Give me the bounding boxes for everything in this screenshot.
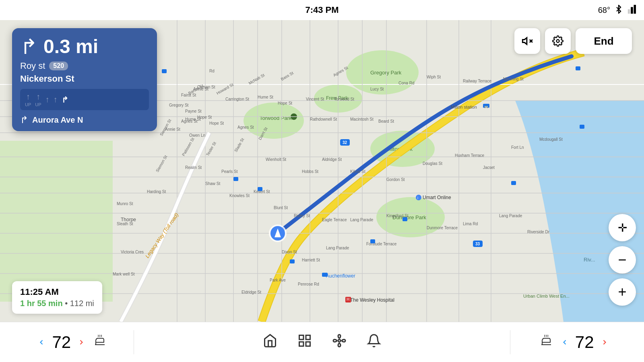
svg-text:Eagle Terrace: Eagle Terrace (322, 218, 347, 222)
svg-rect-134 (233, 177, 238, 181)
svg-text:Park Ave: Park Ave (270, 278, 286, 282)
eta-arrival-time: 11:25 AM (20, 287, 94, 297)
eta-card: 11:25 AM 1 hr 55 min • 112 mi (12, 281, 102, 314)
end-button[interactable]: End (576, 28, 632, 54)
then-street: Aurora Ave N (32, 115, 83, 125)
zoom-out-label: − (618, 251, 626, 268)
right-temp-increase[interactable] (597, 335, 612, 350)
svg-text:Penrose Rd: Penrose Rd (298, 282, 319, 286)
svg-text:Huxham Terrace: Huxham Terrace (455, 153, 485, 158)
lanes-row: ↑ UP ↑ UP ↑ ↑ ↱ (20, 89, 149, 110)
eta-duration: 1 hr 55 min (20, 299, 63, 308)
sound-button[interactable] (514, 28, 540, 54)
svg-text:Wienholt St: Wienholt St (266, 157, 286, 162)
svg-text:Agnes St: Agnes St (181, 119, 198, 123)
pan-button[interactable]: ✛ (609, 214, 636, 241)
svg-text:Victoria Cres: Victoria Cres (121, 250, 144, 254)
top-controls: End (514, 28, 632, 54)
svg-marker-1 (631, 7, 633, 14)
svg-text:Payne St: Payne St (185, 109, 202, 113)
svg-text:Carrington St: Carrington St (225, 97, 249, 101)
eta-separator: • (65, 299, 70, 308)
distance-display: 0.3 mi (43, 35, 98, 58)
svg-text:H: H (347, 297, 349, 302)
svg-text:32: 32 (343, 140, 347, 145)
svg-text:Blunt St: Blunt St (274, 206, 288, 210)
zoom-in-label: + (618, 284, 626, 300)
svg-text:Riv...: Riv... (584, 257, 595, 263)
svg-text:Beard St: Beard St (378, 119, 394, 123)
svg-text:Hope St: Hope St (278, 101, 292, 105)
fan-button[interactable] (332, 333, 347, 351)
zoom-in-button[interactable]: + (609, 278, 636, 306)
bottom-nav-icons (134, 333, 510, 351)
svg-text:Umart Online: Umart Online (423, 195, 451, 200)
then-row: ↱ Aurora Ave N (20, 114, 149, 125)
svg-text:Riverside Dr: Riverside Dr (527, 230, 550, 234)
svg-text:Macintosh St: Macintosh St (350, 117, 374, 121)
svg-text:Harriett St: Harriett St (302, 258, 320, 262)
svg-text:Milton station: Milton station (451, 105, 477, 109)
svg-text:Hope St: Hope St (209, 121, 224, 125)
lane-2: ↑ UP (35, 92, 41, 107)
svg-text:Shaw St: Shaw St (205, 181, 220, 186)
svg-rect-154 (306, 342, 310, 346)
svg-text:Knowles St: Knowles St (229, 193, 250, 198)
svg-text:Aldridge St: Aldridge St (322, 157, 342, 162)
svg-text:Sleath St: Sleath St (117, 222, 133, 226)
svg-marker-0 (634, 5, 636, 14)
svg-rect-152 (306, 335, 310, 339)
bell-button[interactable] (367, 333, 381, 351)
svg-text:33: 33 (475, 242, 480, 246)
grid-button[interactable] (297, 333, 312, 351)
svg-text:Urban Climb West En...: Urban Climb West En... (523, 294, 570, 298)
svg-text:Railway Terrace: Railway Terrace (463, 79, 491, 83)
left-temp-decrease[interactable] (34, 335, 49, 350)
svg-text:Munro St: Munro St (117, 202, 133, 206)
right-temp-decrease[interactable] (557, 335, 572, 350)
svg-text:Auchenflower: Auchenflower (326, 273, 355, 279)
svg-rect-153 (299, 342, 303, 346)
next-street: Nickerson St (20, 74, 149, 84)
svg-rect-49 (322, 273, 328, 277)
svg-text:Fort Ln: Fort Ln (511, 145, 524, 150)
svg-text:Agnes St: Agnes St (237, 125, 254, 130)
svg-text:Mcdougall St: Mcdougall St (539, 137, 563, 142)
svg-rect-137 (370, 239, 375, 243)
lane-5-active: ↱ (62, 95, 68, 105)
svg-text:Rathdownell St: Rathdownell St (310, 117, 337, 121)
lane-4: ↑ (54, 95, 58, 104)
svg-text:Harding St: Harding St (147, 189, 166, 194)
svg-rect-139 (511, 181, 516, 185)
svg-text:Eldridge St: Eldridge St (242, 290, 261, 294)
zoom-out-button[interactable]: − (609, 246, 636, 274)
left-temp-control: 72 (34, 333, 89, 352)
left-temp-increase[interactable] (74, 335, 89, 350)
right-temp-control: 72 (557, 333, 612, 352)
svg-text:Vincent St: Vincent St (306, 97, 324, 101)
svg-text:Kilroe St: Kilroe St (350, 169, 365, 174)
current-time: 7:43 PM (305, 5, 339, 15)
svg-text:Hume St: Hume St (258, 95, 273, 99)
nav-card: ↱ 0.3 mi Roy st 520 Nickerson St ↑ UP ↑ … (12, 28, 157, 131)
home-button[interactable] (263, 333, 277, 351)
svg-point-155 (338, 339, 341, 342)
svg-text:🚌: 🚌 (484, 104, 488, 108)
svg-text:Fairst St: Fairst St (181, 93, 196, 97)
svg-rect-133 (162, 69, 167, 73)
svg-text:Gregory St: Gregory St (169, 103, 189, 107)
right-heat-seat-icon (539, 333, 553, 351)
svg-text:Hobbs St: Hobbs St (302, 169, 318, 174)
signal-icon (627, 5, 636, 15)
left-climate-section: 72 (8, 333, 134, 352)
settings-button[interactable] (545, 28, 571, 54)
svg-rect-151 (299, 335, 303, 339)
svg-text:Mark well St: Mark well St (113, 272, 135, 276)
svg-text:Lang Parade: Lang Parade (350, 218, 374, 222)
current-street: Roy st (20, 61, 45, 71)
svg-text:Gregory Park: Gregory Park (370, 70, 402, 76)
svg-text:Lang Parade: Lang Parade (326, 246, 349, 250)
svg-text:Gordon St: Gordon St (386, 177, 405, 182)
svg-point-150 (557, 40, 559, 43)
svg-marker-2 (628, 9, 630, 14)
